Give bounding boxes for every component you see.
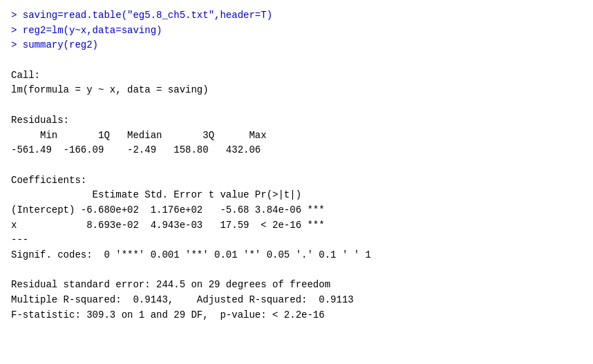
blank-line [11, 98, 582, 113]
output-line: F-statistic: 309.3 on 1 and 29 DF, p-val… [11, 308, 582, 323]
output-line: --- [11, 233, 582, 248]
output-line: Call: [11, 68, 582, 84]
output-line: x 8.693e-02 4.943e-03 17.59 < 2e-16 *** [11, 218, 582, 233]
output-line: -561.49 -166.09 -2.49 158.80 432.06 [11, 143, 582, 158]
prompt-line: > summary(reg2) [11, 38, 582, 53]
prompt-line: > saving=read.table("eg5.8_ch5.txt",head… [11, 8, 582, 23]
output-line: lm(formula = y ~ x, data = saving) [11, 83, 582, 98]
output-line: Residuals: [11, 113, 582, 128]
output-line: Coefficients: [11, 173, 582, 189]
blank-line [11, 158, 582, 173]
output-line: Multiple R-squared: 0.9143, Adjusted R-s… [11, 293, 582, 308]
output-line: Signif. codes: 0 '***' 0.001 '**' 0.01 '… [11, 248, 582, 263]
output-line: (Intercept) -6.680e+02 1.176e+02 -5.68 3… [11, 203, 582, 218]
output-line: Min 1Q Median 3Q Max [11, 128, 582, 144]
console-output: > saving=read.table("eg5.8_ch5.txt",head… [0, 0, 593, 364]
blank-line [11, 53, 582, 68]
prompt-line: > reg2=lm(y~x,data=saving) [11, 23, 582, 39]
blank-line [11, 263, 582, 278]
output-line: Estimate Std. Error t value Pr(>|t|) [11, 188, 582, 203]
output-line: Residual standard error: 244.5 on 29 deg… [11, 278, 582, 293]
